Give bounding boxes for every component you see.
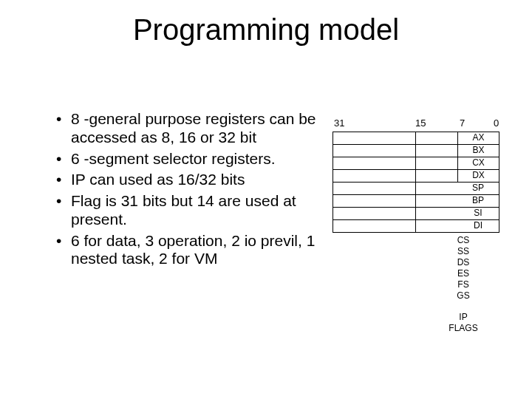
gp-row-cx: CX — [333, 157, 499, 170]
reg-label: SP — [457, 183, 499, 194]
slide-title: Programming model — [0, 13, 532, 47]
reg-label: SI — [457, 208, 499, 219]
bit-label-7: 7 — [460, 118, 465, 128]
reg-label: BP — [457, 195, 499, 207]
bullet-list: 8 -general purpose registers can be acce… — [25, 110, 321, 271]
reg-label: DX — [457, 170, 499, 182]
flags-label: FLAGS — [430, 324, 497, 335]
bit-label-15: 15 — [415, 118, 426, 128]
gp-row-si: SI — [333, 208, 499, 220]
bullet-item: 6 -segment selector registers. — [55, 150, 321, 168]
reg-label: CX — [457, 157, 499, 169]
seg-label: DS — [430, 258, 497, 269]
register-diagram: 31 15 7 0 AX BX CX DX — [332, 118, 507, 335]
bit-label-0: 0 — [494, 118, 499, 128]
bullet-item: 8 -general purpose registers can be acce… — [55, 110, 321, 147]
gp-row-bx: BX — [333, 145, 499, 157]
ip-flags-block: IP FLAGS — [332, 313, 507, 335]
gp-row-sp: SP — [333, 183, 499, 195]
bullet-item: 6 for data, 3 operation, 2 io previl, 1 … — [55, 232, 321, 269]
bullet-item: IP can used as 16/32 bits — [55, 171, 321, 189]
gp-row-bp: BP — [333, 195, 499, 208]
ip-label: IP — [430, 313, 497, 324]
reg-label: AX — [457, 132, 499, 144]
bullet-item: Flag is 31 bits but 14 are used at prese… — [55, 192, 321, 229]
gp-row-di: DI — [333, 220, 499, 233]
gp-row-dx: DX — [333, 170, 499, 183]
seg-label: CS — [430, 236, 497, 247]
gp-row-ax: AX — [333, 132, 499, 145]
seg-label: ES — [430, 269, 497, 280]
seg-label: SS — [430, 247, 497, 258]
segment-register-block: CS SS DS ES FS GS — [332, 236, 507, 302]
reg-label: BX — [457, 145, 499, 157]
bit-ruler: 31 15 7 0 — [332, 118, 507, 129]
bit-label-31: 31 — [334, 118, 344, 128]
gp-register-block: AX BX CX DX SP BP — [332, 132, 499, 233]
seg-label: GS — [430, 291, 497, 302]
seg-label: FS — [430, 280, 497, 291]
reg-label: DI — [457, 220, 499, 232]
